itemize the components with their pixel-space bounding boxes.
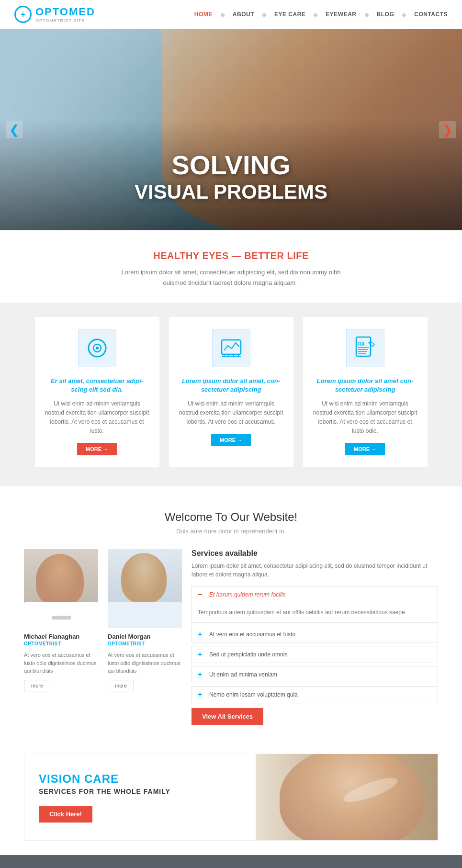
hero-title-line1: SOLVING xyxy=(135,150,327,180)
services-panel: Services available Lorem ipsum dolor sit… xyxy=(192,549,438,725)
feature-title-1: Lorem ipsum dolor sit amet, con-sectetue… xyxy=(179,377,284,394)
logo-name: OPTOMED xyxy=(35,6,95,18)
logo-text-group: OPTOMED OPTOMETRIST SITE xyxy=(35,6,95,23)
service-expand-icon-3: + xyxy=(198,670,205,679)
service-item-3[interactable]: + Ut enim ad minima veniam xyxy=(192,666,438,683)
footer: NEWSLETTER SUBMIT OUR LOCATION 1170 ST V… xyxy=(0,855,462,868)
nav-eyewear[interactable]: EYEWEAR xyxy=(326,11,356,18)
nav-sep2: ◆ xyxy=(262,11,267,18)
logo-icon: + xyxy=(14,6,32,23)
doctor-card-0: Michael Flanaghan OPTOMETRIST At vero eo… xyxy=(24,549,98,691)
vision-banner: VISION CARE SERVICES FOR THE WHOLE FAMIL… xyxy=(24,754,438,841)
logo-subtitle: OPTOMETRIST SITE xyxy=(35,18,95,23)
doctor-photo-1 xyxy=(108,549,182,628)
service-title-4: Nemo enim ipsam voluptatem quia xyxy=(209,691,298,698)
service-expand-icon-0: − xyxy=(198,590,205,599)
hero-section: ❮ ❯ SOLVING VISUAL PROBLEMS xyxy=(0,29,462,230)
features-grid: Er sit amet, consectetuer adipi-scing el… xyxy=(24,317,438,467)
feature-card-2: RX Lorem ipsum dolor sit amet con-sectet… xyxy=(303,317,428,467)
doctor-name-0: Michael Flanaghan xyxy=(24,633,98,640)
header: + OPTOMED OPTOMETRIST SITE HOME ◆ ABOUT … xyxy=(0,0,462,29)
feature-icon-1 xyxy=(212,329,250,367)
vision-subtitle: SERVICES FOR THE WHOLE FAMILY xyxy=(39,788,241,795)
nav-sep5: ◆ xyxy=(402,11,406,18)
feature-body-1: Ut wisi enim ad minim venlamquis nostrud… xyxy=(179,399,284,427)
service-title-3: Ut enim ad minima veniam xyxy=(209,671,277,678)
svg-rect-3 xyxy=(222,340,241,354)
doctor-photo-0 xyxy=(24,549,98,628)
vision-title: VISION CARE xyxy=(39,772,241,786)
doctor-desc-1: At vero eos et accusamus et lusto odio d… xyxy=(108,651,182,675)
doctor-more-btn-1[interactable]: more xyxy=(108,680,134,691)
nav-eyecare[interactable]: EYE CARE xyxy=(274,11,305,18)
service-title-2: Sed ut perspiciatis unde omnis xyxy=(209,651,287,658)
feature-body-2: Ut wisi enim ad minim venlamquis nostrud… xyxy=(313,399,418,436)
welcome-section: Welcome To Our Website! Duis aute irure … xyxy=(0,486,462,744)
tagline-heading: HEALTHY EYES — BETTER LIFE xyxy=(10,250,452,261)
services-heading: Services available xyxy=(192,549,438,558)
welcome-header: Welcome To Our Website! Duis aute irure … xyxy=(24,510,438,535)
vision-text: VISION CARE SERVICES FOR THE WHOLE FAMIL… xyxy=(24,758,256,837)
doctor-card-1: Daniel Morgan OPTOMETRIST At vero eos et… xyxy=(108,549,182,691)
click-here-button[interactable]: Click Here! xyxy=(39,806,92,823)
service-item-0[interactable]: − Et harum quidem rerum facilis xyxy=(192,586,438,603)
feature-card-1: Lorem ipsum dolor sit amet, con-sectetue… xyxy=(169,317,293,467)
service-expand-icon-1: + xyxy=(198,630,205,639)
feature-title-0: Er sit amet, consectetuer adipi-scing el… xyxy=(45,377,150,394)
feature-body-0: Ut wisi enim ad minim venlamquis nostrud… xyxy=(45,399,150,436)
tagline-section: HEALTHY EYES — BETTER LIFE Lorem ipsum d… xyxy=(0,230,462,303)
main-nav: HOME ◆ ABOUT ◆ EYE CARE ◆ EYEWEAR ◆ BLOG… xyxy=(194,11,448,18)
feature-btn-0[interactable]: MORE → xyxy=(77,443,117,455)
features-section: Er sit amet, consectetuer adipi-scing el… xyxy=(0,303,462,486)
service-title-1: At vero eos et accusamus et lusto xyxy=(209,631,295,638)
welcome-heading: Welcome To Our Website! xyxy=(24,510,438,524)
feature-icon-0 xyxy=(78,329,116,367)
service-expand-icon-2: + xyxy=(198,650,205,659)
svg-text:RX: RX xyxy=(358,341,365,347)
hero-title-line2: VISUAL PROBLEMS xyxy=(135,180,327,204)
feature-title-2: Lorem ipsum dolor sit amet con-sectetuer… xyxy=(313,377,418,394)
nav-home[interactable]: HOME xyxy=(194,11,213,18)
doctor-desc-0: At vero eos et accusamus et lusto odio d… xyxy=(24,651,98,675)
feature-card-0: Er sit amet, consectetuer adipi-scing el… xyxy=(35,317,159,467)
service-item-1[interactable]: + At vero eos et accusamus et lusto xyxy=(192,626,438,643)
feature-icon-2: RX xyxy=(346,329,384,367)
feature-btn-2[interactable]: MORE → xyxy=(345,443,385,455)
doctor-name-1: Daniel Morgan xyxy=(108,633,182,640)
svg-point-2 xyxy=(96,347,99,349)
service-detail-0: Temporibus autem quibusdam et aut offlis… xyxy=(192,603,438,623)
logo: + OPTOMED OPTOMETRIST SITE xyxy=(14,6,95,23)
view-all-services-button[interactable]: View All Services xyxy=(192,708,263,725)
hero-arrow-left[interactable]: ❮ xyxy=(6,121,23,138)
hero-arrow-right[interactable]: ❯ xyxy=(439,121,456,138)
doctor-role-1: OPTOMETRIST xyxy=(108,641,182,646)
hero-text: SOLVING VISUAL PROBLEMS xyxy=(135,150,327,204)
nav-about[interactable]: ABOUT xyxy=(233,11,254,18)
service-title-0: Et harum quidem rerum facilis xyxy=(209,591,285,598)
welcome-sub: Duis aute irure dolor in reprehenderit i… xyxy=(24,528,438,535)
service-item-4[interactable]: + Nemo enim ipsam voluptatem quia xyxy=(192,686,438,703)
nav-blog[interactable]: BLOG xyxy=(377,11,394,18)
welcome-content: Michael Flanaghan OPTOMETRIST At vero eo… xyxy=(24,549,438,725)
nav-sep4: ◆ xyxy=(364,11,369,18)
feature-btn-1[interactable]: MORE → xyxy=(211,434,251,446)
service-item-2[interactable]: + Sed ut perspiciatis unde omnis xyxy=(192,646,438,663)
service-detail-text-0: Temporibus autem quibusdam et aut offlis… xyxy=(198,608,432,617)
service-expand-icon-4: + xyxy=(198,690,205,699)
nav-sep3: ◆ xyxy=(313,11,318,18)
nav-sep: ◆ xyxy=(220,11,225,18)
doctor-more-btn-0[interactable]: more xyxy=(24,680,50,691)
doctor-role-0: OPTOMETRIST xyxy=(24,641,98,646)
vision-image xyxy=(256,754,438,840)
tagline-body: Lorem ipsum dolor sit amet, consectetuer… xyxy=(121,267,341,288)
services-desc: Lorem ipsum dolor sit amet, consectetur … xyxy=(192,562,438,579)
nav-contacts[interactable]: CONTACTS xyxy=(414,11,448,18)
